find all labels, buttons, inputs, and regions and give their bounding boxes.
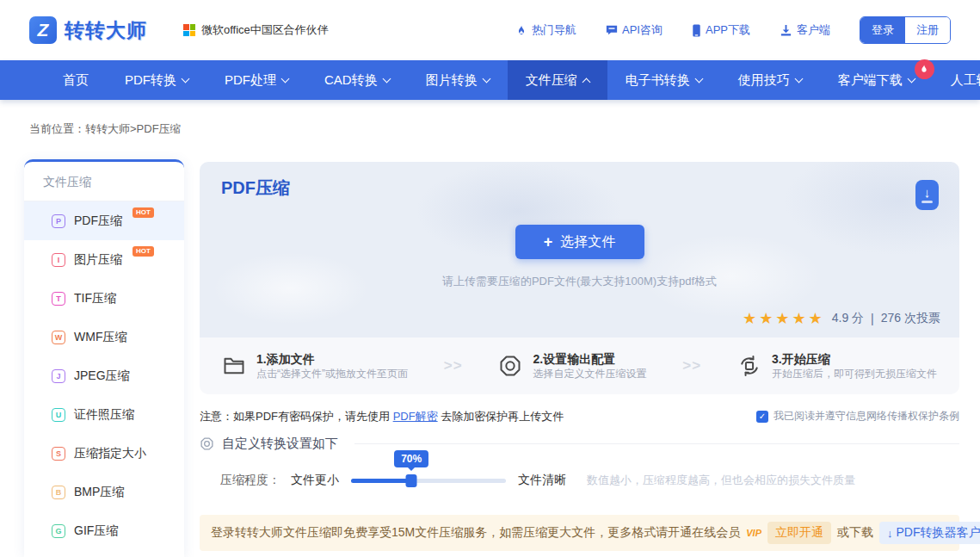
nav-item-home[interactable]: 首页 bbox=[45, 60, 107, 100]
banner-or-text: 或下载 bbox=[837, 525, 873, 541]
compression-setting-row: 压缩程度： 文件更小 70% 文件清晰 数值越小，压缩程度越高，但也会相应的损失… bbox=[200, 460, 959, 501]
wmf-compress-icon: W bbox=[52, 331, 65, 344]
sidebar-item-bmp-compress[interactable]: B BMP压缩 bbox=[24, 473, 184, 511]
jpeg-compress-icon: J bbox=[52, 369, 65, 383]
microsoft-logo-icon bbox=[183, 24, 195, 36]
breadcrumb: 当前位置：转转大师>PDF压缩 bbox=[29, 121, 182, 137]
sidebar-item-compress-to-size[interactable]: S 压缩指定大小 bbox=[24, 434, 184, 473]
nav-item-file-compress[interactable]: 文件压缩 bbox=[508, 60, 607, 100]
download-client-button[interactable]: ↓ bbox=[915, 180, 939, 210]
sidebar-item-label: 压缩指定大小 bbox=[74, 446, 146, 461]
step-configure: 2.设置输出配置 选择自定义文件压缩设置 bbox=[498, 351, 646, 381]
chevron-down-icon bbox=[382, 74, 391, 83]
nav-label: 文件压缩 bbox=[526, 72, 577, 89]
nav-item-manual-convert[interactable]: 人工转换 HOT bbox=[933, 60, 980, 100]
header-link-hot-nav[interactable]: 热门导航 bbox=[515, 22, 576, 38]
sidebar-item-label: JPEG压缩 bbox=[74, 368, 130, 384]
pdf-decrypt-link[interactable]: PDF解密 bbox=[393, 410, 438, 423]
nav-item-cad-convert[interactable]: CAD转换 bbox=[306, 60, 408, 100]
header-link-label: 客户端 bbox=[797, 22, 830, 38]
slider-label: 压缩程度： bbox=[220, 473, 280, 488]
settings-title: 自定义转换设置如下 bbox=[222, 436, 338, 452]
nav-item-pdf-process[interactable]: PDF处理 bbox=[206, 60, 306, 100]
main-nav: 首页 PDF转换 PDF处理 CAD转换 图片转换 文件压缩 电子书转换 使用技… bbox=[0, 60, 980, 100]
chevron-up-icon bbox=[582, 77, 590, 86]
nav-item-tips[interactable]: 使用技巧 bbox=[720, 60, 820, 100]
chat-icon bbox=[606, 24, 618, 36]
nav-item-ebook-convert[interactable]: 电子书转换 bbox=[607, 60, 720, 100]
divider bbox=[354, 443, 959, 444]
flame-icon bbox=[515, 24, 527, 37]
chevron-down-icon bbox=[482, 74, 490, 83]
step-add-file: 1.添加文件 点击“选择文件”或拖放文件至页面 bbox=[222, 351, 408, 381]
header-link-client[interactable]: 客户端 bbox=[780, 22, 830, 38]
upload-panel: PDF压缩 ↓ + 选择文件 请上传需要压缩的PDF文件(最大支持100M)支持… bbox=[200, 162, 959, 337]
folder-icon bbox=[222, 354, 246, 378]
download-tray-icon bbox=[921, 201, 933, 203]
step-desc: 点击“选择文件”或拖放文件至页面 bbox=[256, 367, 408, 381]
sidebar-item-label: BMP压缩 bbox=[74, 485, 124, 500]
gear-icon bbox=[200, 436, 214, 451]
step-desc: 选择自定义文件压缩设置 bbox=[533, 367, 646, 381]
slider-handle[interactable] bbox=[406, 474, 417, 487]
vip-banner: 登录转转大师文件压缩即免费享受15M文件压缩服务，如需压缩更大文件，更多格式请开… bbox=[200, 515, 959, 551]
page-title: PDF压缩 bbox=[221, 176, 290, 200]
nav-item-pdf-convert[interactable]: PDF转换 bbox=[107, 60, 206, 100]
login-button[interactable]: 登录 bbox=[860, 17, 905, 43]
slider-hint: 数值越小，压缩程度越高，但也会相应的损失文件质量 bbox=[587, 473, 855, 488]
bmp-compress-icon: B bbox=[52, 486, 65, 499]
checkbox-checked-icon[interactable]: ✓ bbox=[756, 411, 768, 423]
top-header: Z 转转大师 微软office中国区合作伙伴 热门导航 API咨询 APP下载 … bbox=[0, 0, 980, 60]
header-link-app-download[interactable]: APP下载 bbox=[692, 22, 750, 38]
rating[interactable]: ★★★★★ 4.9 分 | 276 次投票 bbox=[743, 309, 940, 328]
slider-max-label: 文件清晰 bbox=[518, 473, 566, 488]
header-link-api[interactable]: API咨询 bbox=[606, 22, 663, 38]
partner-text: 微软office中国区合作伙伴 bbox=[201, 22, 329, 38]
sidebar-item-gif-compress[interactable]: G GIF压缩 bbox=[24, 511, 184, 550]
steps-strip: 1.添加文件 点击“选择文件”或拖放文件至页面 >> 2.设置输出配置 选择自定… bbox=[200, 337, 959, 394]
step-title: 1.添加文件 bbox=[256, 351, 408, 367]
step-arrow-icon: >> bbox=[444, 357, 463, 374]
note-prefix: 注意：如果PDF有密码保护，请先使用 bbox=[200, 410, 393, 423]
chevron-down-icon bbox=[907, 74, 915, 83]
nav-label: 首页 bbox=[63, 72, 89, 89]
nav-item-client-download[interactable]: 客户端下载 bbox=[820, 60, 933, 100]
brand-logo[interactable]: Z 转转大师 bbox=[29, 16, 147, 44]
slider-min-label: 文件更小 bbox=[291, 473, 339, 488]
agreement-label: 我已阅读并遵守信息网络传播权保护条例 bbox=[774, 409, 959, 424]
tif-compress-icon: T bbox=[52, 292, 65, 306]
sidebar-item-pdf-compress[interactable]: P PDF压缩 HOT bbox=[24, 201, 184, 240]
header-link-label: 热门导航 bbox=[532, 22, 576, 38]
rating-score: 4.9 分 bbox=[832, 311, 864, 326]
partner-badge: 微软office中国区合作伙伴 bbox=[183, 22, 329, 38]
banner-text: 登录转转大师文件压缩即免费享受15M文件压缩服务，如需压缩更大文件，更多格式请开… bbox=[211, 525, 740, 541]
step-desc: 开始压缩后，即可得到无损压缩文件 bbox=[772, 367, 937, 381]
hot-badge: HOT bbox=[133, 246, 154, 257]
sidebar-item-tif-compress[interactable]: T TIF压缩 bbox=[24, 279, 184, 318]
step-title: 3.开始压缩 bbox=[772, 351, 937, 367]
open-vip-button[interactable]: 立即开通 bbox=[767, 522, 831, 544]
agreement-checkbox-row[interactable]: ✓ 我已阅读并遵守信息网络传播权保护条例 bbox=[756, 409, 959, 424]
chevron-down-icon bbox=[182, 74, 190, 83]
select-file-button[interactable]: + 选择文件 bbox=[515, 225, 644, 259]
sidebar-item-image-compress[interactable]: I 图片压缩 HOT bbox=[24, 240, 184, 279]
register-button[interactable]: 注册 bbox=[905, 17, 950, 43]
download-client-link[interactable]: ↓ PDF转换器客户端 bbox=[879, 522, 980, 544]
sidebar-item-id-photo-compress[interactable]: U 证件照压缩 bbox=[24, 395, 184, 434]
sidebar-item-label: 图片压缩 bbox=[74, 252, 122, 268]
nav-label: 人工转换 bbox=[951, 72, 980, 89]
sidebar-item-label: 证件照压缩 bbox=[74, 407, 134, 423]
gif-compress-icon: G bbox=[52, 524, 65, 538]
nav-label: 使用技巧 bbox=[738, 72, 790, 89]
compression-slider[interactable]: 70% bbox=[351, 474, 506, 486]
sidebar-item-jpeg-compress[interactable]: J JPEG压缩 bbox=[24, 356, 184, 395]
compress-cycle-icon bbox=[737, 354, 761, 378]
pdf-compress-icon: P bbox=[52, 214, 65, 228]
hot-badge: HOT bbox=[133, 207, 154, 218]
header-link-label: APP下载 bbox=[706, 22, 750, 38]
sidebar-item-wmf-compress[interactable]: W WMF压缩 bbox=[24, 318, 184, 356]
chevron-down-icon bbox=[281, 74, 290, 83]
nav-label: 图片转换 bbox=[426, 72, 478, 89]
nav-item-image-convert[interactable]: 图片转换 bbox=[408, 60, 508, 100]
image-compress-icon: I bbox=[52, 253, 65, 267]
